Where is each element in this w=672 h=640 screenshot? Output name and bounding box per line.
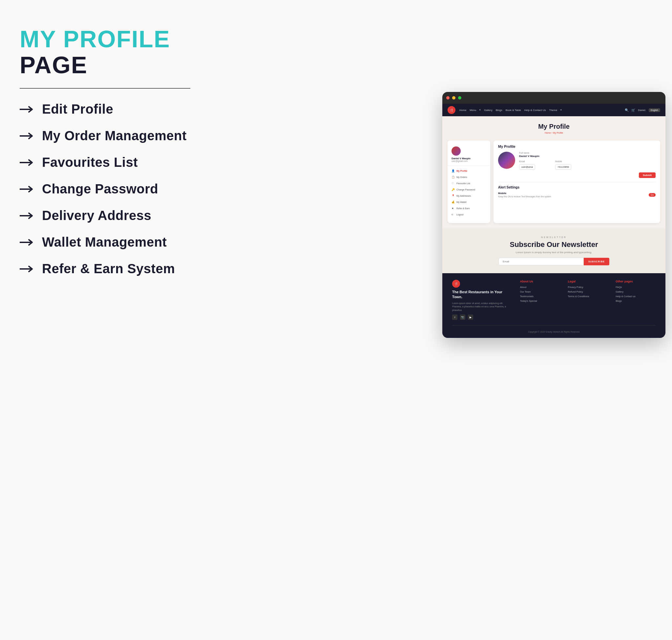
menu-item-icon-favourites: ♡ [451,182,455,185]
menu-item-icon-refer-earn: ★ [451,207,455,210]
newsletter-subtitle: Lorem Ipsum is simply dummy text of the … [448,251,660,254]
newsletter-subscribe-button[interactable]: SUBSCRIBE [584,258,609,265]
footer-legal-link-privacy-policy[interactable]: Privacy Policy [568,286,608,289]
site-footer: 🍴 The Best Restaurants in Your Town. Lor… [442,273,666,338]
hero-title: My Profile [448,123,660,130]
sidebar-item-my-wallet[interactable]: 💰My Wallet [448,199,490,205]
youtube-icon[interactable]: ▶ [468,315,473,320]
footer-legal-title: Legal [568,280,608,283]
menu-item-label-favourites: Favourite List [457,182,470,185]
nav-blogs[interactable]: Blogs [496,109,502,112]
menu-item-icon-my-wallet: 💰 [451,201,455,204]
footer-other-link-help-&-contact-us[interactable]: Help & Contact us [615,295,656,298]
footer-desc: Lorem ipsum dolor sit amet, eciatur adip… [452,302,512,312]
site-navbar: 🍴 Home Menu ▾ Gallery Blogs Book & Table… [442,104,666,116]
sidebar-item-my-addresses[interactable]: 📍My Addresses [448,193,490,199]
footer-other-title: Other pages [615,280,656,283]
nav-theme-arrow: ▾ [561,109,562,111]
arrow-icon [20,211,34,220]
browser-mockup: 🍴 Home Menu ▾ Gallery Blogs Book & Table… [442,92,666,338]
feature-text-favourites-list: Favourites List [42,155,138,170]
arrow-icon [20,185,34,194]
submit-button[interactable]: Submit [639,172,656,178]
footer-other-link-faqs[interactable]: FAQs [615,286,656,289]
sidebar-item-favourites[interactable]: ♡Favourite List [448,180,490,187]
footer-legal-link-terms-&-conditions[interactable]: Terms & Conditions [568,295,608,298]
instagram-icon[interactable]: 📷 [460,315,465,320]
newsletter-label: NEWSLETTER [448,236,660,238]
footer-about-title: About Us [520,280,560,283]
mobile-field-group: Mobile [555,160,589,170]
email-field-group: Email [519,160,553,170]
nav-theme[interactable]: Theme [549,109,557,112]
nav-language[interactable]: English [649,108,660,112]
nav-search-icon[interactable]: 🔍 [625,108,629,112]
nav-gallery[interactable]: Gallery [484,109,492,112]
footer-bottom: Copyright © 2023 Gravity Infotech All Ri… [452,325,656,334]
alert-mobile-desc: Keep this ON to receive Text Messages fr… [498,195,551,198]
footer-other-link-gallery[interactable]: Gallery [615,290,656,293]
nav-user-name[interactable]: Daniel. [638,109,646,112]
nav-book-table[interactable]: Book & Table [506,109,521,112]
newsletter-form: SUBSCRIBE [448,258,660,265]
email-input[interactable] [519,164,535,170]
footer-legal-link-refund-policy[interactable]: Refund Policy [568,290,608,293]
nav-menu[interactable]: Menu [469,109,476,112]
newsletter-email-input[interactable] [498,258,584,265]
footer-other-col: Other pages FAQsGalleryHelp & Contact us… [615,280,656,320]
footer-grid: 🍴 The Best Restaurants in Your Town. Lor… [452,280,656,320]
profile-section-title: My Profile [498,145,656,148]
email-mobile-row: Email Mobile [519,160,656,170]
nav-home[interactable]: Home [459,109,466,112]
arrow-icon [20,238,34,247]
feature-item-change-password: Change Password [20,181,190,197]
arrow-icon [20,264,34,274]
footer-about-link-testimonials[interactable]: Testimonials [520,295,560,298]
browser-dot-minimize[interactable] [452,96,456,100]
breadcrumb-home[interactable]: Home [545,132,551,134]
footer-about-link-about[interactable]: About [520,286,560,289]
mobile-input[interactable] [555,164,571,170]
arrow-icon [20,105,34,114]
feature-list: Edit Profile My Order Management Favouri… [20,102,190,276]
feature-text-refer-earn: Refer & Earn System [42,261,175,276]
email-label: Email [519,160,553,162]
sidebar-item-change-password[interactable]: 🔑Change Password [448,187,490,193]
menu-item-label-my-wallet: My Wallet [457,201,466,203]
sidebar-item-logout[interactable]: ⎋Logout [448,212,490,218]
alert-toggle[interactable]: On [649,193,656,197]
sidebar-avatar [451,146,461,156]
sidebar-item-my-profile[interactable]: 👤My Profile [448,168,490,174]
footer-other-links: FAQsGalleryHelp & Contact usBlogs [615,286,656,303]
footer-about-col: About Us AboutOur TeamTestimonialsToday'… [520,280,560,320]
feature-item-wallet-management: Wallet Management [20,235,190,250]
breadcrumb-current: My Profile [553,132,563,134]
sidebar-menu: 👤My Profile📋My Orders♡Favourite List🔑Cha… [448,166,490,220]
footer-brand: 🍴 The Best Restaurants in Your Town. Lor… [452,280,512,320]
sidebar-item-my-orders[interactable]: 📋My Orders [448,174,490,180]
profile-avatar-image [498,152,515,169]
alert-mobile-info: Mobile Keep this ON to receive Text Mess… [498,192,551,198]
page-title-normal-text: PAGE [20,52,88,78]
facebook-icon[interactable]: f [452,315,458,320]
newsletter-title: Subscribe Our Newsletter [448,241,660,249]
sidebar-user-email: user@gmail.com [451,160,486,162]
nav-logo: 🍴 [448,106,456,114]
footer-about-link-our-team[interactable]: Our Team [520,290,560,293]
browser-dot-expand[interactable] [458,96,461,100]
sidebar-item-refer-earn[interactable]: ★Refer & Earn [448,205,490,212]
left-section: MY PROFILE PAGE Edit Profile My Order Ma… [20,26,190,276]
nav-cart-icon[interactable]: 🛒 [631,108,635,112]
menu-item-label-refer-earn: Refer & Earn [457,207,469,209]
feature-text-order-management: My Order Management [42,128,187,143]
footer-tagline: The Best Restaurants in Your Town. [452,290,512,300]
feature-item-order-management: My Order Management [20,128,190,143]
footer-about-link-today's-special[interactable]: Today's Special [520,300,560,303]
alert-mobile-label: Mobile [498,192,551,195]
breadcrumb: Home › My Profile [448,132,660,134]
browser-dot-close[interactable] [446,96,449,100]
nav-help[interactable]: Help & Contact Us [524,109,546,112]
feature-text-delivery-address: Delivery Address [42,208,151,223]
profile-sidebar: Daniel V Maupin user@gmail.com 👤My Profi… [448,141,490,223]
footer-other-link-blogs[interactable]: Blogs [615,300,656,303]
